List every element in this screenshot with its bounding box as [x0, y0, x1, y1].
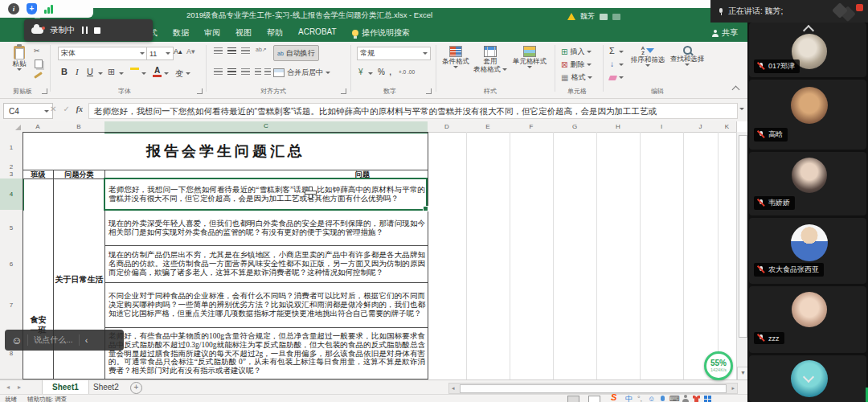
align-right-icon[interactable]	[241, 68, 250, 75]
copy-icon[interactable]	[35, 59, 43, 68]
soft-keyboard-icon[interactable]: ⌨	[669, 395, 680, 402]
formula-input[interactable]: 老师您好，我想问一下您然如何看待最近的“雪糕刺客”话题。比如钟薛高中的原材料与平…	[88, 103, 738, 119]
clear-dropdown[interactable]	[619, 76, 624, 79]
collapse-ribbon-icon[interactable]	[732, 86, 740, 94]
question-cell[interactable]: 不同企业对于同种食品的企业标准，会有什么不同吗？消费者可以比对后，根据它们的不同…	[105, 283, 428, 328]
wrap-text-button[interactable]: ab 自动换行	[273, 45, 319, 61]
borders-icon[interactable]: ⊞	[108, 67, 115, 77]
insert-cells-button[interactable]: ⊞ 插入	[561, 47, 592, 57]
orientation-icon[interactable]: ab↗	[256, 47, 267, 53]
align-middle-icon[interactable]	[227, 47, 236, 54]
fill-dropdown[interactable]	[619, 64, 624, 66]
row-header[interactable]: 7	[0, 282, 23, 328]
grow-font-icon[interactable]: A▴	[174, 47, 182, 55]
number-format-combo[interactable]: 常规	[357, 47, 431, 60]
format-painter-icon[interactable]	[34, 72, 43, 79]
align-top-icon[interactable]	[214, 47, 223, 54]
increase-indent-icon[interactable]	[264, 68, 271, 75]
collapse-chat-icon[interactable]: ‹	[85, 335, 88, 345]
italic-button[interactable]: I	[76, 67, 79, 76]
column-header[interactable]: G	[553, 121, 597, 133]
format-as-table-button[interactable]: 套用 表格格式	[473, 46, 508, 73]
phonetic-button[interactable]: 变	[175, 68, 183, 80]
question-cell[interactable]: 老师好，有些食品中某物质的100g含量符合规定，但总净含量超过一般要求，比如国标…	[105, 328, 428, 379]
conditional-formatting-button[interactable]: 条件格式	[440, 46, 471, 68]
bold-button[interactable]: B	[61, 67, 68, 76]
header-cell-class[interactable]: 班级	[23, 170, 54, 179]
chat-input-pill[interactable]: ☺ 说点什么... ‹	[5, 330, 124, 351]
merge-center-button[interactable]: 合并后居中	[273, 68, 330, 78]
name-box[interactable]: C4	[3, 103, 53, 119]
vertical-scroll-thumb[interactable]	[739, 135, 747, 338]
decimal-buttons[interactable]: +.0 .00	[399, 69, 415, 75]
scroll-down-button[interactable]: ▼	[737, 367, 747, 379]
column-header[interactable]: A	[23, 121, 54, 133]
font-size-combo[interactable]: 11	[146, 47, 174, 60]
participant-tile[interactable]: 农大食品张西亚	[749, 218, 866, 284]
column-header[interactable]: F	[510, 121, 554, 133]
column-header[interactable]: B	[53, 121, 105, 133]
percent-style-icon[interactable]: %	[378, 68, 385, 76]
ime-more-icon[interactable]	[704, 396, 707, 399]
column-header[interactable]: E	[466, 121, 510, 133]
clear-icon[interactable]	[608, 76, 617, 80]
tab-data[interactable]: 数据	[173, 27, 189, 39]
align-bottom-icon[interactable]	[241, 47, 250, 54]
row-header[interactable]: 5	[0, 210, 23, 246]
column-header[interactable]: D	[428, 121, 467, 133]
phonetic-dropdown[interactable]	[186, 72, 190, 75]
decrease-indent-icon[interactable]	[255, 68, 261, 75]
window-icon[interactable]	[612, 14, 620, 20]
fill-color-icon[interactable]	[130, 68, 139, 70]
font-name-combo[interactable]: 宋体	[58, 47, 148, 60]
emoji-panel-icon[interactable]: ☺	[648, 395, 655, 402]
row-header[interactable]: 1	[0, 132, 23, 164]
vertical-scrollbar[interactable]: ▼	[736, 132, 747, 379]
chat-placeholder[interactable]: 说点什么...	[34, 334, 72, 346]
borders-dropdown[interactable]	[119, 72, 124, 75]
accounting-format-icon[interactable]: ¥	[358, 68, 363, 76]
voice-input-icon[interactable]	[661, 396, 665, 401]
hscroll-left-icon[interactable]: ◂	[452, 384, 455, 392]
performance-ball[interactable]: 55% 1424K/s	[704, 351, 733, 380]
column-header[interactable]: J	[683, 121, 719, 133]
underline-button[interactable]: U	[87, 67, 93, 76]
font-dialog-launcher[interactable]	[197, 88, 203, 94]
info-icon[interactable]: i	[8, 3, 19, 14]
select-all-corner[interactable]	[0, 121, 23, 133]
tab-view[interactable]: 视图	[235, 27, 252, 39]
question-cell-selected[interactable]: 老师您好，我想问一下您然如何看待最近的“雪糕刺客”话题。比如钟薛高中的原材料与平…	[105, 179, 428, 211]
pause-recording-button[interactable]	[82, 27, 88, 34]
question-cell[interactable]: 现在的外卖深受年轻人喜爱，但我们也都明白外卖食品的安全是得不到保障的，那请问现如…	[105, 211, 428, 246]
cell-styles-button[interactable]: 单元格样式	[511, 46, 548, 68]
sheet-nav-left-icon[interactable]: ◂	[6, 384, 10, 391]
alignment-dialog-launcher[interactable]	[341, 88, 346, 94]
column-header[interactable]: H	[596, 121, 641, 133]
find-select-button[interactable]: 查找和选择	[669, 46, 706, 66]
row-header-selected[interactable]: 4	[0, 178, 24, 211]
shrink-font-icon[interactable]: A▾	[186, 47, 195, 55]
shield-plus-icon[interactable]: +	[27, 3, 37, 14]
enter-icon[interactable]: ✓	[63, 105, 69, 113]
participant-tile[interactable]: zzz	[749, 286, 866, 353]
stop-recording-button[interactable]	[94, 27, 100, 34]
tab-acrobat[interactable]: ACROBAT	[298, 27, 337, 36]
tell-me-search[interactable]: 操作说明搜索	[352, 27, 410, 39]
participant-tile[interactable]: 017郑津	[749, 23, 866, 77]
autosum-icon[interactable]: Σ	[609, 46, 615, 55]
hscroll-right-icon[interactable]: ▸	[731, 384, 735, 392]
insert-function-icon[interactable]: fx	[76, 105, 83, 113]
column-header[interactable]: I	[640, 121, 684, 133]
align-center-icon[interactable]	[227, 68, 236, 75]
format-cells-button[interactable]: ▦ 格式	[561, 72, 592, 83]
row-header[interactable]: 6	[0, 245, 23, 283]
fill-color-dropdown[interactable]	[141, 72, 146, 75]
delete-cells-button[interactable]: ⊠ 删除	[561, 59, 592, 70]
number-dialog-launcher[interactable]	[426, 88, 432, 94]
font-color-icon[interactable]: A	[153, 66, 162, 77]
new-sheet-button[interactable]: +	[130, 382, 142, 394]
accounting-dropdown[interactable]	[368, 72, 373, 75]
question-cell[interactable]: 现在的仿制产品仍层出不穷，尤其是在乡镇地区，小商店里卖的产品中有许多都是各大品牌…	[105, 246, 428, 283]
ime-punctuation-icon[interactable]: °,	[637, 395, 642, 402]
ribbon-options-icon[interactable]	[600, 14, 608, 20]
